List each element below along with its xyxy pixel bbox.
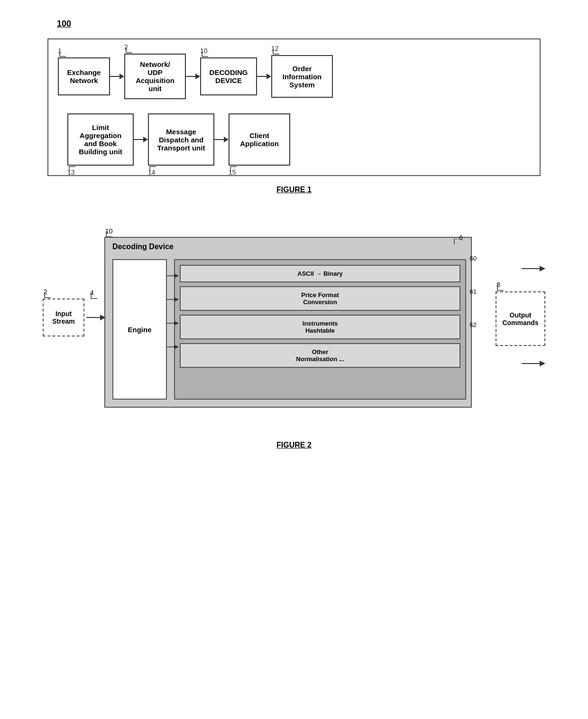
box-limit-agg: LimitAggregationand BookBuilding unit [67, 113, 134, 166]
arrow-13-14 [143, 137, 148, 142]
arrow-2-10 [195, 74, 200, 79]
input-stream-container: 2 InputStream [43, 299, 84, 336]
engine-to-inner-arrows [167, 259, 179, 400]
input-stream-box: InputStream [43, 299, 84, 336]
output-commands-container: 8 OutputCommands [496, 291, 545, 346]
fig1-bottom-row: 13 LimitAggregationand BookBuilding unit… [58, 113, 530, 166]
box-message-dispatch: MessageDispatch andTransport unit [148, 113, 214, 166]
fig1-top-row: 1 ExchangeNetwork 2 Ne [58, 54, 530, 99]
fig2-container: 2 InputStream 4 10 Decoding Device Engin… [43, 223, 545, 422]
svg-marker-27 [174, 321, 179, 326]
fig1-ref-label: 100 [57, 19, 560, 29]
svg-marker-29 [174, 345, 179, 349]
label-60: 60 [470, 255, 477, 262]
fig1-caption: FIGURE 1 [28, 186, 560, 194]
box-decoding-device: DECODINGDEVICE [200, 57, 257, 95]
fig2-caption: FIGURE 2 [28, 441, 560, 449]
svg-marker-23 [174, 273, 179, 278]
figure1-section: 100 1 ExchangeNetwork [28, 19, 560, 194]
box-order-info: OrderInformationSystem [271, 55, 333, 98]
page-container: 100 1 ExchangeNetwork [0, 0, 588, 468]
func-box-instruments: InstrumentsHashtable [180, 315, 460, 339]
arrow-10-12 [266, 74, 271, 79]
inner-region-6: 6 ASCII → Binary Price FormatConversion … [174, 259, 466, 400]
svg-marker-25 [174, 297, 179, 302]
svg-marker-31 [540, 266, 545, 271]
label-62: 62 [470, 321, 477, 328]
engine-box: Engine [112, 259, 167, 400]
func-box-price: Price FormatConversion [180, 286, 460, 311]
decoding-device-outer: 10 Decoding Device Engine 6 ASCII → Bina… [104, 237, 472, 408]
box-client-app: ClientApplication [229, 113, 290, 166]
label-61: 61 [470, 288, 477, 295]
decoding-device-title: Decoding Device [112, 243, 174, 251]
box-network-udp: Network/UDPAcquisitionunit [124, 54, 186, 99]
svg-marker-37 [540, 361, 545, 366]
func-boxes-container: ASCII → Binary Price FormatConversion In… [175, 260, 465, 399]
arrow-14-15 [224, 137, 229, 142]
arrow-1-2 [119, 74, 124, 79]
func-box-other: OtherNormalisation ... [180, 343, 460, 368]
box-exchange-network: ExchangeNetwork [58, 57, 110, 95]
output-commands-box: OutputCommands [496, 291, 545, 346]
fig1-diagram: 1 ExchangeNetwork 2 Ne [47, 38, 541, 176]
func-box-ascii: ASCII → Binary [180, 265, 460, 282]
figure2-section: 2 InputStream 4 10 Decoding Device Engin… [28, 223, 560, 449]
